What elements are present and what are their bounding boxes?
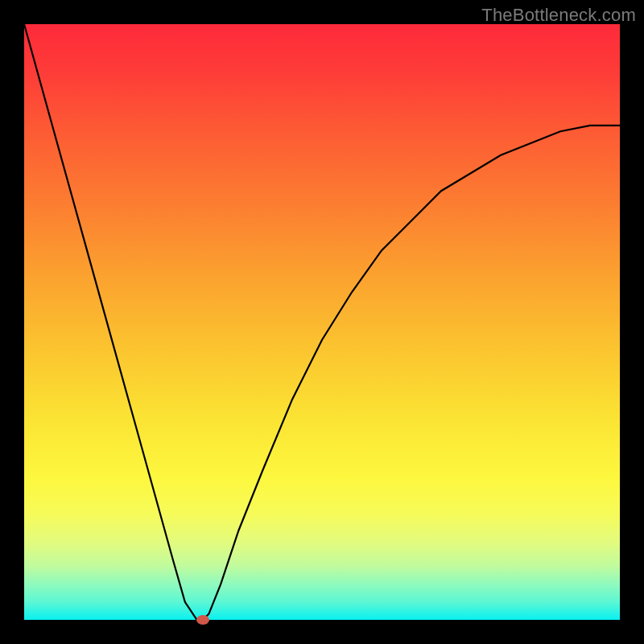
optimum-marker	[196, 615, 209, 625]
bottleneck-curve	[24, 24, 620, 620]
curve-line	[24, 24, 620, 620]
plot-area	[24, 24, 620, 620]
watermark-text: TheBottleneck.com	[481, 5, 636, 26]
chart-frame: TheBottleneck.com	[0, 0, 644, 644]
